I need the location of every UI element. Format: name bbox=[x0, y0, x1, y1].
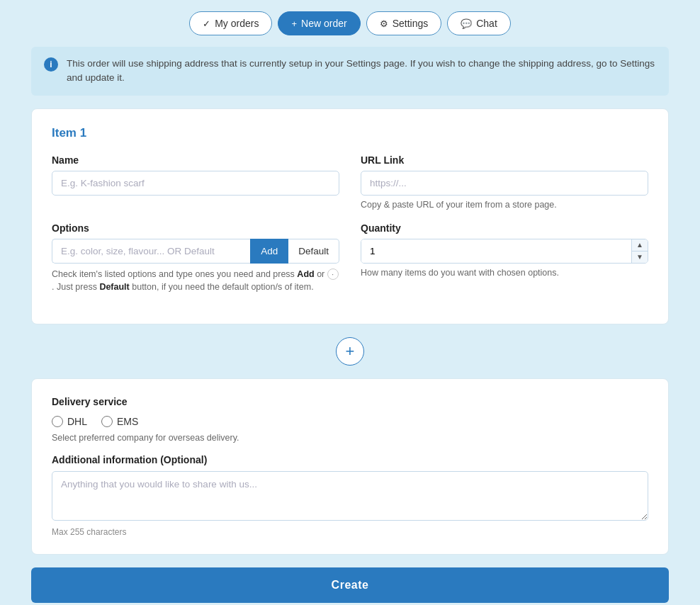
name-col: Name bbox=[52, 154, 339, 210]
quantity-spinners: ▲ ▼ bbox=[631, 239, 648, 263]
ems-radio[interactable] bbox=[101, 416, 113, 427]
new-order-label: New order bbox=[301, 18, 347, 29]
delivery-card: Delivery service DHL EMS Select preferre… bbox=[31, 378, 669, 555]
quantity-col: Quantity ▲ ▼ How many items do you want … bbox=[361, 222, 648, 295]
additional-textarea[interactable] bbox=[52, 471, 648, 521]
quantity-input[interactable] bbox=[361, 239, 631, 263]
add-item-btn[interactable]: + bbox=[336, 337, 364, 366]
quantity-up-btn[interactable]: ▲ bbox=[632, 239, 648, 251]
quantity-down-btn[interactable]: ▼ bbox=[632, 251, 648, 263]
create-btn-wrapper: Create bbox=[31, 567, 669, 603]
delivery-label: Delivery service bbox=[52, 396, 648, 407]
settings-btn[interactable]: ⚙ Settings bbox=[366, 11, 442, 35]
plus-icon: + bbox=[291, 18, 297, 29]
my-orders-label: My orders bbox=[215, 18, 259, 29]
item-card: Item 1 Name URL Link Copy & paste URL of… bbox=[31, 108, 669, 325]
my-orders-btn[interactable]: ✓ My orders bbox=[189, 11, 272, 35]
options-quantity-row: Options Add Default Check item's listed … bbox=[52, 222, 648, 295]
radio-group: DHL EMS bbox=[52, 416, 648, 427]
char-limit: Max 255 characters bbox=[52, 527, 648, 537]
quantity-hint: How many items do you want with chosen o… bbox=[361, 268, 648, 278]
item-card-title: Item 1 bbox=[52, 126, 648, 140]
quantity-label: Quantity bbox=[361, 222, 648, 234]
info-banner-text: This order will use shipping address tha… bbox=[67, 57, 656, 86]
options-label: Options bbox=[52, 222, 339, 234]
check-icon: ✓ bbox=[203, 18, 210, 29]
options-input[interactable] bbox=[52, 239, 250, 264]
name-label: Name bbox=[52, 154, 339, 166]
dhl-label: DHL bbox=[67, 416, 87, 427]
url-label: URL Link bbox=[361, 154, 648, 166]
add-item-wrapper: + bbox=[0, 337, 700, 366]
dhl-option[interactable]: DHL bbox=[52, 416, 87, 427]
url-hint: Copy & paste URL of your item from a sto… bbox=[361, 200, 648, 210]
add-option-btn[interactable]: Add bbox=[250, 239, 288, 264]
additional-label: Additional information (Optional) bbox=[52, 454, 648, 465]
create-btn[interactable]: Create bbox=[31, 567, 669, 603]
top-nav: ✓ My orders + New order ⚙ Settings 💬 Cha… bbox=[0, 0, 700, 47]
options-col: Options Add Default Check item's listed … bbox=[52, 222, 339, 295]
gear-icon: ⚙ bbox=[380, 18, 388, 29]
url-input[interactable] bbox=[361, 171, 648, 196]
url-col: URL Link Copy & paste URL of your item f… bbox=[361, 154, 648, 210]
name-url-row: Name URL Link Copy & paste URL of your i… bbox=[52, 154, 648, 210]
chat-label: Chat bbox=[476, 18, 497, 29]
dhl-radio[interactable] bbox=[52, 416, 63, 427]
options-hint: Check item's listed options and type one… bbox=[52, 268, 339, 295]
ems-label: EMS bbox=[117, 416, 138, 427]
ems-option[interactable]: EMS bbox=[101, 416, 138, 427]
quantity-wrapper: ▲ ▼ bbox=[361, 239, 648, 264]
chat-btn[interactable]: 💬 Chat bbox=[447, 11, 511, 35]
delivery-hint: Select preferred company for overseas de… bbox=[52, 433, 648, 443]
default-option-btn[interactable]: Default bbox=[288, 239, 339, 264]
settings-label: Settings bbox=[393, 18, 429, 29]
new-order-btn[interactable]: + New order bbox=[278, 11, 360, 35]
name-input[interactable] bbox=[52, 171, 339, 196]
info-banner: i This order will use shipping address t… bbox=[31, 47, 669, 96]
chat-icon: 💬 bbox=[461, 18, 472, 29]
info-icon: i bbox=[44, 57, 58, 72]
options-input-row: Add Default bbox=[52, 239, 339, 264]
